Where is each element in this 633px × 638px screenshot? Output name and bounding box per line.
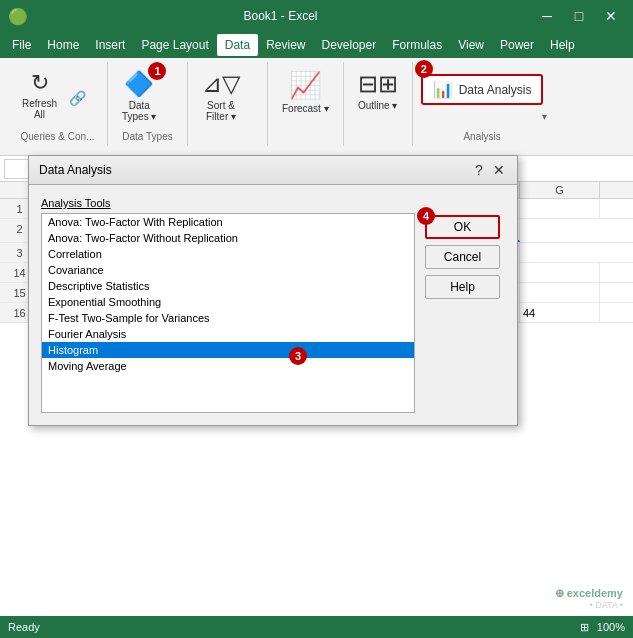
list-item-descriptive-statistics[interactable]: Descriptive Statistics xyxy=(42,278,414,294)
cancel-button[interactable]: Cancel xyxy=(425,245,500,269)
help-button[interactable]: Help xyxy=(425,275,500,299)
ok-button[interactable]: OK xyxy=(425,215,500,239)
dialog-left-panel: Analysis Tools Anova: Two-Factor With Re… xyxy=(41,197,415,413)
list-item-f-test[interactable]: F-Test Two-Sample for Variances xyxy=(42,310,414,326)
dialog-help-icon[interactable]: ? xyxy=(471,162,487,178)
list-item-moving-average[interactable]: Moving Average xyxy=(42,358,414,374)
list-item-anova-replication[interactable]: Anova: Two-Factor With Replication xyxy=(42,214,414,230)
dialog-body: Analysis Tools Anova: Two-Factor With Re… xyxy=(29,185,517,425)
list-item-anova-no-replication[interactable]: Anova: Two-Factor Without Replication xyxy=(42,230,414,246)
dialog-right-panel: OK 4 Cancel Help xyxy=(425,197,505,413)
list-item-histogram[interactable]: Histogram xyxy=(42,342,414,358)
dialog-title-buttons: ? ✕ xyxy=(471,162,507,178)
list-item-fourier[interactable]: Fourier Analysis xyxy=(42,326,414,342)
analysis-tools-list[interactable]: Anova: Two-Factor With Replication Anova… xyxy=(41,213,415,413)
list-item-covariance[interactable]: Covariance xyxy=(42,262,414,278)
dialog-overlay: Data Analysis ? ✕ Analysis Tools Anova: … xyxy=(0,0,633,638)
list-item-correlation[interactable]: Correlation xyxy=(42,246,414,262)
badge-3: 3 xyxy=(289,347,307,365)
data-analysis-dialog: Data Analysis ? ✕ Analysis Tools Anova: … xyxy=(28,155,518,426)
analysis-tools-label: Analysis Tools xyxy=(41,197,415,209)
dialog-close-button[interactable]: ✕ xyxy=(491,162,507,178)
badge-4: 4 xyxy=(417,207,435,225)
dialog-title-text: Data Analysis xyxy=(39,163,112,177)
list-item-exponential-smoothing[interactable]: Exponential Smoothing xyxy=(42,294,414,310)
dialog-title-bar: Data Analysis ? ✕ xyxy=(29,156,517,185)
